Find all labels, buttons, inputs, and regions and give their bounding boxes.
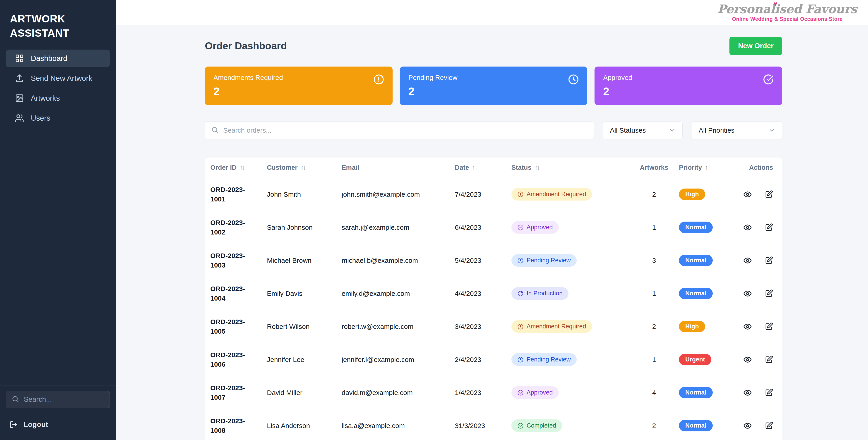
stat-value: 2 — [603, 85, 774, 98]
brand-title: Personalised Favours — [717, 3, 857, 15]
table-header-row: Order ID↑↓Customer↑↓EmailDate↑↓Status↑↓A… — [205, 158, 782, 178]
status-cell: Pending Review — [512, 353, 629, 366]
actions-cell — [740, 388, 777, 397]
column-header-order-id[interactable]: Order ID↑↓ — [210, 164, 267, 171]
sidebar-item-dashboard[interactable]: Dashboard — [6, 50, 110, 67]
logout-button[interactable]: Logout — [9, 420, 110, 440]
edit-order-button[interactable] — [765, 223, 773, 232]
view-order-button[interactable] — [743, 256, 752, 265]
priority-filter-select[interactable]: All Priorities — [692, 121, 782, 139]
status-filter-value: All Statuses — [610, 127, 646, 134]
stat-card-approved[interactable]: Approved2 — [594, 67, 782, 105]
users-icon — [15, 114, 24, 123]
view-order-button[interactable] — [743, 190, 752, 199]
view-order-button[interactable] — [743, 388, 752, 397]
priority-badge: Normal — [679, 420, 713, 431]
status-cell: Pending Review — [512, 254, 629, 266]
sort-icon[interactable]: ↑↓ — [535, 164, 539, 171]
edit-order-button[interactable] — [765, 289, 773, 298]
column-label: Artworks — [640, 164, 668, 171]
eye-icon — [743, 322, 752, 331]
orders-search-input[interactable] — [223, 127, 588, 134]
status-filter-select[interactable]: All Statuses — [603, 121, 683, 139]
app-logo: ARTWORK ASSISTANT — [10, 12, 106, 40]
customer-email: sarah.j@example.com — [342, 224, 455, 231]
edit-icon — [765, 190, 773, 199]
column-header-actions: Actions — [740, 164, 777, 171]
customer-email: david.m@example.com — [342, 389, 455, 397]
edit-icon — [765, 256, 773, 265]
edit-icon — [765, 322, 773, 331]
sidebar-item-users[interactable]: Users — [6, 109, 110, 127]
customer-email: robert.w@example.com — [342, 323, 455, 331]
clock-icon — [568, 74, 579, 86]
priority-cell: Urgent — [679, 354, 740, 365]
column-header-priority[interactable]: Priority↑↓ — [679, 164, 740, 171]
sort-icon[interactable]: ↑↓ — [301, 164, 305, 171]
status-cell: Approved — [512, 386, 629, 399]
order-id: ORD-2023-1003 — [210, 251, 267, 270]
priority-badge: Normal — [679, 387, 713, 398]
status-label: Amendment Required — [527, 191, 586, 198]
edit-order-button[interactable] — [765, 388, 773, 397]
customer-name: John Smith — [267, 191, 342, 198]
edit-order-button[interactable] — [765, 355, 773, 364]
customer-email: lisa.a@example.com — [342, 422, 455, 430]
stat-card-amendments-required[interactable]: Amendments Required2 — [205, 67, 393, 105]
customer-name: Sarah Johnson — [267, 224, 342, 231]
sidebar-search-input[interactable] — [24, 396, 104, 404]
chevron-down-icon — [768, 127, 775, 134]
status-badge: Pending Review — [512, 353, 577, 366]
column-header-customer[interactable]: Customer↑↓ — [267, 164, 342, 171]
actions-cell — [740, 421, 777, 430]
customer-name: Jennifer Lee — [267, 356, 342, 364]
status-label: Approved — [527, 389, 553, 396]
artworks-count: 1 — [629, 290, 679, 297]
filter-row: All Statuses All Priorities — [205, 121, 782, 139]
edit-order-button[interactable] — [765, 190, 773, 199]
sort-icon[interactable]: ↑↓ — [240, 164, 245, 171]
view-order-button[interactable] — [743, 355, 752, 364]
edit-icon — [765, 223, 773, 232]
top-header: Personalised Favours Online Wedding & Sp… — [116, 0, 868, 25]
sidebar-item-label: Users — [31, 114, 50, 122]
sort-icon[interactable]: ↑↓ — [705, 164, 710, 171]
actions-cell — [740, 256, 777, 265]
sort-icon[interactable]: ↑↓ — [472, 164, 477, 171]
edit-icon — [765, 421, 773, 430]
column-header-date[interactable]: Date↑↓ — [455, 164, 512, 171]
view-order-button[interactable] — [743, 421, 752, 430]
sidebar-item-label: Send New Artwork — [31, 74, 92, 83]
orders-search[interactable] — [205, 121, 594, 139]
chevron-down-icon — [669, 127, 676, 134]
order-id: ORD-2023-1008 — [210, 416, 267, 435]
edit-order-button[interactable] — [765, 421, 773, 430]
view-order-button[interactable] — [743, 223, 752, 232]
artworks-count: 2 — [629, 323, 679, 331]
sidebar-item-artworks[interactable]: Artworks — [6, 89, 110, 107]
table-row: ORD-2023-1005Robert Wilsonrobert.w@examp… — [205, 310, 782, 343]
column-header-status[interactable]: Status↑↓ — [512, 164, 629, 171]
order-date: 7/4/2023 — [455, 191, 512, 198]
artworks-count: 4 — [629, 389, 679, 397]
title-row: Order Dashboard New Order — [205, 36, 782, 56]
edit-icon — [765, 355, 773, 364]
status-label: Approved — [527, 224, 553, 231]
view-order-button[interactable] — [743, 322, 752, 331]
sidebar-search[interactable] — [6, 391, 110, 408]
edit-order-button[interactable] — [765, 256, 773, 265]
heart-icon: ♥ — [774, 0, 777, 7]
new-order-button[interactable]: New Order — [730, 37, 782, 55]
stat-card-pending-review[interactable]: Pending Review2 — [400, 67, 588, 105]
column-label: Priority — [679, 164, 702, 171]
order-date: 6/4/2023 — [455, 224, 512, 231]
edit-order-button[interactable] — [765, 322, 773, 331]
eye-icon — [743, 388, 752, 397]
sidebar-bottom: Logout — [0, 385, 116, 440]
status-badge: Completed — [512, 419, 562, 432]
sidebar-item-send-new-artwork[interactable]: Send New Artwork — [6, 69, 110, 87]
view-order-button[interactable] — [743, 289, 752, 298]
artworks-count: 1 — [629, 356, 679, 364]
alert-circle-icon — [373, 74, 384, 86]
check-circle-icon — [517, 422, 524, 429]
